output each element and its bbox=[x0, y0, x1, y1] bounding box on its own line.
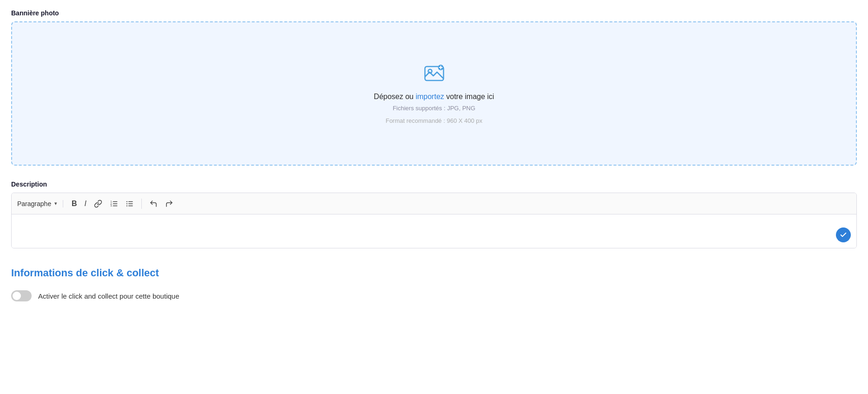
svg-point-15 bbox=[126, 203, 127, 204]
toolbar-divider bbox=[141, 199, 142, 209]
editor-check-button[interactable] bbox=[836, 227, 851, 242]
link-button[interactable] bbox=[91, 198, 105, 210]
drop-text: Déposez ou importez votre image ici bbox=[374, 93, 494, 101]
toggle-row: Activer le click and collect pour cette … bbox=[11, 290, 857, 301]
paragraph-select-wrap: Paragraphe ▾ bbox=[17, 200, 63, 207]
editor-container: Paragraphe ▾ B I 1. 2. 3. bbox=[11, 193, 857, 248]
recommended-format-text: Format recommandé : 960 X 400 px bbox=[385, 117, 482, 124]
italic-button[interactable]: I bbox=[82, 198, 89, 209]
chevron-down-icon: ▾ bbox=[54, 200, 57, 207]
paragraph-select[interactable]: Paragraphe bbox=[17, 200, 52, 207]
upload-image-icon bbox=[423, 63, 445, 85]
ordered-list-button[interactable]: 1. 2. 3. bbox=[107, 198, 121, 210]
svg-point-16 bbox=[126, 205, 127, 206]
import-link[interactable]: importez bbox=[416, 93, 444, 100]
supported-files-text: Fichiers supportés : JPG, PNG bbox=[393, 105, 476, 112]
undo-button[interactable] bbox=[146, 198, 160, 210]
redo-button[interactable] bbox=[162, 198, 176, 210]
description-section: Description Paragraphe ▾ B I bbox=[11, 180, 857, 248]
click-collect-toggle[interactable] bbox=[11, 290, 32, 301]
unordered-list-button[interactable] bbox=[123, 198, 137, 210]
toggle-label-text: Activer le click and collect pour cette … bbox=[38, 292, 179, 300]
click-collect-title: Informations de click & collect bbox=[11, 267, 857, 279]
description-section-label: Description bbox=[11, 180, 857, 188]
drop-text-before: Déposez ou bbox=[374, 93, 416, 100]
click-collect-section: Informations de click & collect Activer … bbox=[11, 267, 857, 301]
editor-content-area[interactable] bbox=[12, 214, 856, 248]
banner-section-label: Bannière photo bbox=[11, 9, 857, 17]
toggle-slider bbox=[11, 290, 32, 301]
svg-text:3.: 3. bbox=[111, 204, 113, 207]
drop-text-after: votre image ici bbox=[444, 93, 494, 100]
editor-toolbar: Paragraphe ▾ B I 1. 2. 3. bbox=[12, 193, 856, 214]
svg-point-14 bbox=[126, 201, 127, 202]
banner-dropzone[interactable]: Déposez ou importez votre image ici Fich… bbox=[11, 21, 857, 166]
bold-button[interactable]: B bbox=[69, 198, 80, 209]
